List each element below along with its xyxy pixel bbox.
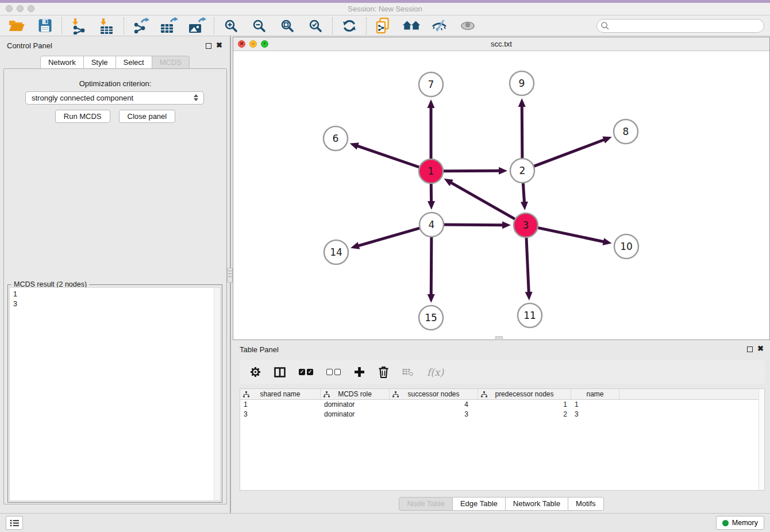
delete-column-button[interactable]	[378, 364, 389, 381]
graph-edge-4-15[interactable]	[431, 236, 432, 295]
zoom-fit-button[interactable]	[278, 17, 297, 35]
graph-edge-4-3[interactable]	[443, 225, 503, 225]
edge-arrowhead	[602, 136, 611, 143]
graph-edge-2-8[interactable]	[533, 140, 605, 167]
tab-node-table[interactable]: Node Table	[399, 497, 453, 511]
column-header-mcds-role[interactable]: MCDS role	[321, 389, 390, 399]
import-network-button[interactable]	[70, 17, 88, 35]
refresh-view-button[interactable]	[340, 17, 359, 35]
column-header-name[interactable]: name	[571, 389, 619, 399]
run-mcds-button[interactable]: Run MCDS	[55, 110, 110, 123]
table-row[interactable]: 3dominator323	[240, 410, 764, 419]
cell-name[interactable]: 3	[571, 410, 619, 419]
float-panel-icon[interactable]	[206, 43, 211, 49]
memory-button[interactable]: Memory	[716, 516, 764, 530]
table-settings-button[interactable]	[250, 364, 261, 381]
show-all-views-button[interactable]	[402, 17, 421, 35]
table-scrollbar[interactable]	[759, 389, 764, 490]
graph-node-7[interactable]: 7	[419, 72, 443, 97]
graph-node-6[interactable]: 6	[324, 126, 348, 151]
result-scrollbar[interactable]	[214, 288, 220, 500]
vertical-splitter-grip[interactable]	[227, 268, 233, 283]
svg-text:14: 14	[330, 246, 342, 258]
column-header-successor-nodes[interactable]: successor nodes	[390, 389, 478, 399]
cell-successor-nodes[interactable]: 3	[390, 410, 478, 419]
optimization-criterion-label: Optimization criterion:	[4, 79, 226, 88]
table-row[interactable]: 1dominator411	[240, 400, 764, 410]
graph-node-14[interactable]: 14	[324, 240, 348, 264]
column-header-predecessor-nodes[interactable]: predecessor nodes	[478, 389, 571, 399]
trash-icon	[378, 366, 389, 378]
zoom-in-button[interactable]	[222, 17, 240, 35]
tab-motifs[interactable]: Motifs	[568, 497, 604, 511]
graph-node-8[interactable]: 8	[614, 119, 638, 144]
edge-arrowhead	[428, 294, 435, 303]
import-network-icon	[70, 17, 87, 34]
function-builder-button[interactable]: f(x)	[427, 364, 444, 381]
graph-node-1[interactable]: 1	[419, 159, 443, 183]
criterion-select[interactable]: strongly connected component	[25, 91, 204, 105]
deselect-all-button[interactable]	[326, 364, 341, 381]
cell-name[interactable]: 1	[571, 400, 619, 410]
split-view-button[interactable]	[274, 364, 286, 381]
save-session-button[interactable]	[36, 17, 54, 35]
svg-text:4: 4	[429, 219, 435, 230]
hierarchy-icon	[481, 391, 487, 398]
clone-network-button[interactable]	[374, 17, 392, 35]
graph-node-11[interactable]: 11	[518, 303, 542, 327]
show-hidden-button[interactable]	[459, 17, 477, 35]
graph-edge-1-2[interactable]	[442, 171, 500, 171]
zoom-selected-button[interactable]	[306, 17, 325, 35]
criterion-value: strongly connected component	[32, 94, 133, 102]
tab-network-table[interactable]: Network Table	[505, 497, 568, 511]
cell-shared-name[interactable]: 1	[240, 400, 321, 410]
export-table-button[interactable]	[160, 17, 178, 35]
hierarchy-icon	[243, 391, 249, 398]
graph-node-4[interactable]: 4	[419, 213, 444, 237]
horizontal-splitter-grip[interactable]	[495, 336, 503, 340]
cell-predecessor-nodes[interactable]: 1	[478, 400, 571, 410]
export-image-button[interactable]	[188, 17, 206, 35]
graph-node-9[interactable]: 9	[510, 71, 534, 95]
tab-select[interactable]: Select	[116, 56, 152, 70]
cell-successor-nodes[interactable]: 4	[390, 400, 478, 410]
graph-edge-1-6[interactable]	[357, 146, 420, 168]
graph-edge-3-11[interactable]	[526, 237, 529, 293]
graph-edge-2-9[interactable]	[522, 106, 522, 159]
hide-selected-button[interactable]	[430, 17, 449, 35]
graph-edge-4-14[interactable]	[357, 228, 420, 246]
open-session-button[interactable]	[7, 17, 26, 35]
svg-text:11: 11	[523, 310, 536, 321]
graph-node-3[interactable]: 3	[514, 213, 538, 237]
network-canvas[interactable]: 7968124314101511	[233, 52, 769, 340]
cell-shared-name[interactable]: 3	[240, 410, 321, 419]
cell-mcds-role[interactable]: dominator	[321, 410, 390, 419]
close-panel-button[interactable]: Close panel	[119, 110, 176, 123]
close-table-panel-icon[interactable]: ✖	[757, 346, 764, 352]
export-network-button[interactable]	[132, 17, 150, 35]
cell-predecessor-nodes[interactable]: 2	[478, 410, 571, 419]
graph-edge-2-3[interactable]	[523, 182, 524, 203]
search-input[interactable]	[596, 19, 764, 33]
tab-mcds[interactable]: MCDS	[152, 56, 190, 70]
tab-network[interactable]: Network	[40, 56, 84, 70]
task-history-button[interactable]	[6, 516, 23, 530]
select-all-button[interactable]: ✓✓	[299, 364, 313, 381]
tab-edge-table[interactable]: Edge Table	[452, 497, 506, 511]
float-table-panel-icon[interactable]	[747, 346, 753, 352]
add-column-button[interactable]	[354, 364, 365, 381]
svg-text:6: 6	[333, 133, 339, 144]
tab-style[interactable]: Style	[83, 56, 116, 70]
cell-mcds-role[interactable]: dominator	[321, 400, 390, 410]
graph-node-10[interactable]: 10	[614, 234, 638, 259]
close-panel-icon[interactable]: ✖	[216, 43, 222, 48]
import-table-button[interactable]	[98, 17, 116, 35]
graph-node-2[interactable]: 2	[510, 159, 534, 183]
column-header-shared-name[interactable]: shared name	[240, 389, 321, 399]
graph-edge-3-10[interactable]	[537, 228, 605, 242]
zoom-out-button[interactable]	[250, 17, 268, 35]
graph-node-15[interactable]: 15	[419, 306, 443, 330]
delete-table-button[interactable]	[402, 364, 414, 381]
graph-edge-3-1[interactable]	[451, 182, 516, 219]
table-panel-title: Table Panel	[240, 345, 279, 354]
